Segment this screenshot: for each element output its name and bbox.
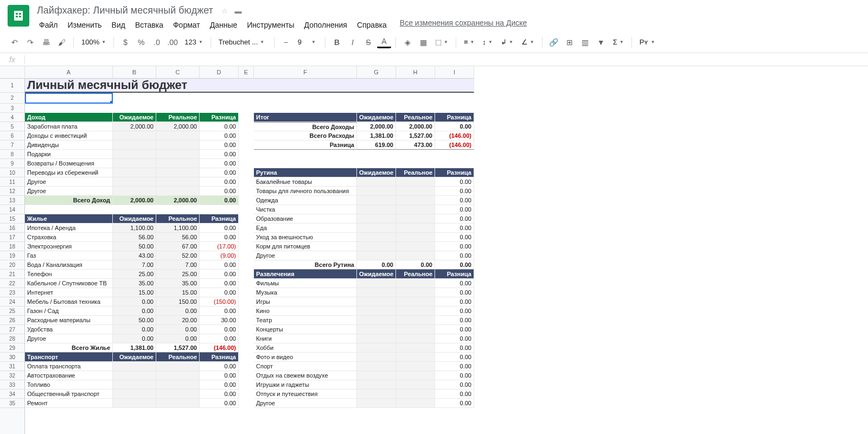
cell[interactable] (357, 353, 396, 362)
cell[interactable] (396, 362, 435, 371)
cell[interactable]: 20.00 (156, 316, 200, 325)
rotate-icon[interactable]: ∠▼ (518, 38, 538, 46)
link-icon[interactable]: 🔗 (547, 35, 561, 49)
cell[interactable]: 0.00 (200, 371, 239, 380)
cell[interactable]: Другое (25, 187, 113, 196)
cell[interactable] (156, 150, 200, 159)
cell[interactable]: 0.00 (435, 353, 474, 362)
cell[interactable]: Разница (200, 214, 239, 224)
formula-input[interactable] (25, 53, 868, 66)
cell[interactable] (156, 390, 200, 399)
h-align-icon[interactable]: ≡▼ (461, 38, 478, 46)
cell[interactable]: (146.00) (200, 343, 239, 353)
cell[interactable]: 67.00 (156, 242, 200, 251)
cell[interactable] (396, 205, 435, 214)
cell[interactable]: Игрушки и гаджеты (254, 380, 357, 390)
save-status[interactable]: Все изменения сохранены на Диске (400, 18, 527, 31)
folder-icon[interactable]: ▬ (234, 7, 241, 15)
cell[interactable] (113, 150, 156, 159)
cell[interactable]: Фото и видео (254, 353, 357, 362)
cell[interactable]: Хобби (254, 343, 357, 353)
cell[interactable]: 1,100.00 (113, 224, 156, 233)
cell[interactable]: Еда (254, 224, 357, 233)
cell[interactable] (156, 141, 200, 150)
text-color-button[interactable]: A (377, 36, 391, 48)
cell[interactable]: Ожидаемое (113, 214, 156, 224)
cell[interactable] (357, 242, 396, 251)
cell[interactable]: 52.00 (156, 251, 200, 260)
column-headers[interactable]: ABCDEFGHI (25, 66, 474, 79)
cell[interactable]: Топливо (25, 380, 113, 390)
cell[interactable]: Газон / Сад (25, 307, 113, 316)
cell[interactable]: 0.00 (200, 141, 239, 150)
cell[interactable]: 1,527.00 (396, 131, 435, 141)
cell[interactable] (357, 177, 396, 187)
cell[interactable] (156, 362, 200, 371)
cell[interactable] (357, 399, 396, 408)
cell[interactable]: Книги (254, 334, 357, 343)
cell[interactable]: Ипотека / Аренда (25, 224, 113, 233)
paint-format-icon[interactable]: 🖌 (55, 35, 69, 49)
cell[interactable] (396, 214, 435, 224)
cell[interactable]: 2,000.00 (113, 122, 156, 131)
cell[interactable]: Газ (25, 251, 113, 260)
cell[interactable]: Кабельное / Спутниковое ТВ (25, 279, 113, 288)
cell[interactable] (396, 177, 435, 187)
cell[interactable]: 0.00 (200, 362, 239, 371)
cell[interactable]: 0.00 (435, 196, 474, 205)
cell[interactable]: Концерты (254, 325, 357, 334)
cell[interactable] (357, 362, 396, 371)
cell[interactable]: Итог (254, 113, 357, 122)
cell[interactable]: Телефон (25, 270, 113, 279)
cell[interactable]: 0.00 (435, 224, 474, 233)
cell[interactable] (396, 316, 435, 325)
cell[interactable]: Реальное (396, 113, 435, 122)
cell[interactable]: Разница (435, 270, 474, 279)
cell[interactable]: Ожидаемое (357, 270, 396, 279)
cell[interactable]: 30.00 (200, 316, 239, 325)
cell[interactable] (396, 399, 435, 408)
sheets-logo[interactable] (8, 5, 29, 27)
cell[interactable]: Переводы из сбережений (25, 168, 113, 177)
cell[interactable]: 0.00 (435, 334, 474, 343)
cell[interactable] (396, 251, 435, 260)
cell[interactable]: 0.00 (435, 177, 474, 187)
cell[interactable]: Реальное (396, 270, 435, 279)
cell[interactable]: Разница (200, 113, 239, 122)
cell[interactable]: 0.00 (200, 233, 239, 242)
cell[interactable]: 0.00 (200, 196, 239, 205)
cell[interactable]: Транспорт (25, 353, 113, 362)
cell[interactable]: (146.00) (435, 141, 474, 150)
cell[interactable]: Вода / Канализация (25, 260, 113, 270)
cell[interactable] (396, 224, 435, 233)
cell[interactable] (357, 288, 396, 297)
filter-icon[interactable]: ▼ (594, 35, 608, 49)
cell[interactable]: 0.00 (156, 307, 200, 316)
cell[interactable]: Электроэнергия (25, 242, 113, 251)
increase-decimal-button[interactable]: .00 (165, 35, 180, 49)
cell[interactable] (396, 297, 435, 307)
percent-button[interactable]: % (134, 35, 148, 49)
cell[interactable]: Доходы с инвестиций (25, 131, 113, 141)
cell[interactable]: 0.00 (435, 214, 474, 224)
cell[interactable]: Отпуск и путешествия (254, 390, 357, 399)
font-size-select[interactable]: 9 (295, 38, 305, 46)
cell[interactable]: 0.00 (435, 122, 474, 131)
italic-button[interactable]: I (346, 35, 360, 49)
cell[interactable]: 7.00 (113, 260, 156, 270)
cell[interactable]: Удобства (25, 325, 113, 334)
cell[interactable]: Другое (25, 177, 113, 187)
cell[interactable]: Спорт (254, 362, 357, 371)
font-size-increase[interactable]: ▼ (307, 35, 321, 49)
currency-button[interactable]: $ (118, 35, 132, 49)
cell[interactable]: Рутина (254, 168, 357, 177)
chart-icon[interactable]: ▥ (578, 35, 592, 49)
cell[interactable]: 0.00 (435, 390, 474, 399)
cell[interactable] (113, 168, 156, 177)
fill-color-icon[interactable]: ◈ (400, 35, 414, 49)
cell[interactable]: 0.00 (200, 380, 239, 390)
cell[interactable] (156, 131, 200, 141)
cell[interactable]: 1,381.00 (357, 131, 396, 141)
cell[interactable] (396, 390, 435, 399)
cell[interactable]: 35.00 (156, 279, 200, 288)
